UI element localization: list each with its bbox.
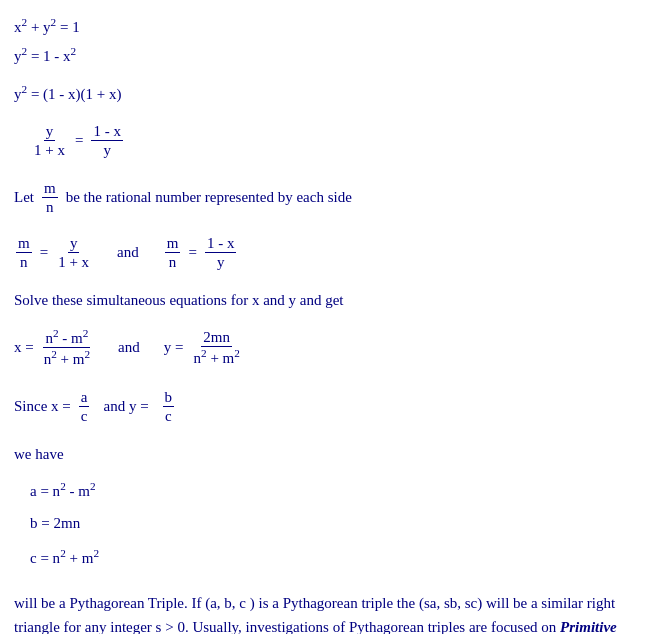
frac-b-c: b c bbox=[163, 388, 175, 425]
let-statement: Let m n be the rational number represent… bbox=[14, 179, 655, 216]
since-row: Since x = a c and y = b c bbox=[14, 388, 655, 425]
and-3: and y = bbox=[103, 398, 148, 415]
since-text: Since x = bbox=[14, 398, 71, 415]
equation-2: y2 = 1 - x2 bbox=[14, 43, 655, 68]
frac-y-1plusx: y 1 + x bbox=[56, 234, 91, 271]
frac-m-over-n-let: m n bbox=[42, 179, 58, 216]
and-1: and bbox=[117, 244, 139, 261]
solutions-row: x = n2 - m2 n2 + m2 and y = 2mn n2 + m2 bbox=[14, 327, 655, 368]
b-equation: b = 2mn bbox=[14, 512, 655, 535]
c-equation: c = n2 + m2 bbox=[14, 545, 655, 570]
primitive-text: Primitive bbox=[560, 619, 617, 634]
frac-a-c: a c bbox=[79, 388, 90, 425]
frac-n2minusm2: n2 - m2 n2 + m2 bbox=[42, 327, 92, 368]
frac-m-n-2: m n bbox=[165, 234, 181, 271]
frac-m-n-1: m n bbox=[16, 234, 32, 271]
final-paragraph: will be a Pythagorean Triple. If (a, b, … bbox=[14, 591, 655, 634]
let-end-text: be the rational number represented by ea… bbox=[66, 189, 352, 206]
we-have-text: we have bbox=[14, 443, 655, 466]
a-equation: a = n2 - m2 bbox=[14, 478, 655, 503]
solve-text: Solve these simultaneous equations for x… bbox=[14, 289, 655, 312]
frac-1minusx-y: 1 - x y bbox=[205, 234, 237, 271]
fraction-equations-row: m n = y 1 + x and m n = 1 - x y bbox=[14, 234, 655, 271]
equation-3: y2 = (1 - x)(1 + x) bbox=[14, 81, 655, 106]
frac-2mn: 2mn n2 + m2 bbox=[192, 328, 242, 367]
frac-y-over-1plusx: y 1 + x bbox=[32, 122, 67, 159]
fraction-equation-1: y 1 + x = 1 - x y bbox=[14, 122, 655, 159]
and-2: and bbox=[118, 339, 140, 356]
let-text: Let bbox=[14, 189, 34, 206]
equation-1: x2 + y2 = 1 bbox=[14, 14, 655, 39]
frac-1minusx-over-y: 1 - x y bbox=[91, 122, 123, 159]
